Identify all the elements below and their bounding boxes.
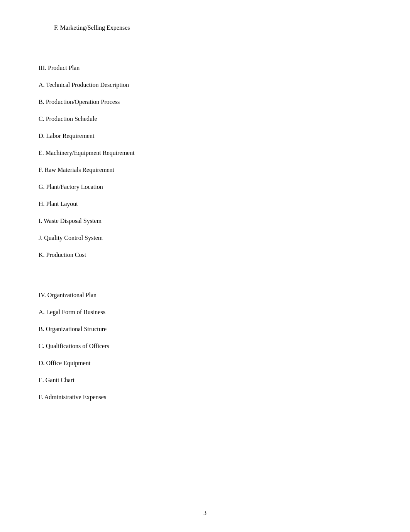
toc-item-label: C. Qualifications of Officers (39, 343, 109, 349)
page-number: 3 (203, 510, 207, 517)
toc-item-h-plant-layout: H. Plant Layout (39, 199, 371, 209)
toc-item-d-office-equip: D. Office Equipment (39, 359, 371, 368)
toc-item-b-org-structure: B. Organizational Structure (39, 325, 371, 334)
page: F. Marketing/Selling Expenses III. Produ… (0, 0, 410, 532)
toc-item-j-quality: J. Quality Control System (39, 233, 371, 243)
toc-item-label: B. Production/Operation Process (39, 99, 120, 105)
toc-item-label: I. Waste Disposal System (39, 218, 102, 224)
toc-item-c-qualifications: C. Qualifications of Officers (39, 342, 371, 351)
toc-item-iii-product: III. Product Plan (39, 63, 371, 73)
toc-item-label: F. Administrative Expenses (39, 394, 106, 400)
page-number-value: 3 (203, 510, 207, 516)
toc-item-d-labor: D. Labor Requirement (39, 131, 371, 141)
toc-item-b-production-op: B. Production/Operation Process (39, 97, 371, 107)
toc-item-k-production-cost: K. Production Cost (39, 250, 371, 260)
toc-item-label: E. Gantt Chart (39, 377, 75, 383)
toc-item-i-waste: I. Waste Disposal System (39, 216, 371, 226)
toc-item-label: III. Product Plan (39, 65, 80, 71)
toc-item-label: C. Production Schedule (39, 116, 97, 122)
toc-item-f-raw: F. Raw Materials Requirement (39, 165, 371, 175)
toc-item-label: F. Raw Materials Requirement (39, 167, 114, 173)
toc-item-label: D. Labor Requirement (39, 133, 94, 139)
toc-item-label: E. Machinery/Equipment Requirement (39, 150, 134, 156)
toc-item-label: D. Office Equipment (39, 360, 90, 366)
toc-item-f-marketing: F. Marketing/Selling Expenses (39, 23, 371, 32)
toc-item-c-production-sched: C. Production Schedule (39, 114, 371, 124)
toc-item-label: K. Production Cost (39, 252, 86, 258)
toc-item-label: J. Quality Control System (39, 235, 103, 241)
toc-item-iv-org: IV. Organizational Plan (39, 291, 371, 300)
toc-item-e-gantt: E. Gantt Chart (39, 376, 371, 385)
toc-item-label: G. Plant/Factory Location (39, 184, 103, 190)
toc-item-label: H. Plant Layout (39, 201, 78, 207)
toc-item-label: B. Organizational Structure (39, 326, 107, 332)
toc-item-a-technical: A. Technical Production Description (39, 80, 371, 90)
toc-item-e-machinery: E. Machinery/Equipment Requirement (39, 148, 371, 158)
toc-item-label: IV. Organizational Plan (39, 292, 97, 298)
toc-item-a-legal: A. Legal Form of Business (39, 308, 371, 317)
toc-item-label: F. Marketing/Selling Expenses (54, 24, 130, 31)
toc-item-f-admin: F. Administrative Expenses (39, 393, 371, 402)
toc-item-label: A. Legal Form of Business (39, 309, 105, 315)
toc-item-g-plant-loc: G. Plant/Factory Location (39, 182, 371, 192)
toc-item-label: A. Technical Production Description (39, 82, 129, 88)
